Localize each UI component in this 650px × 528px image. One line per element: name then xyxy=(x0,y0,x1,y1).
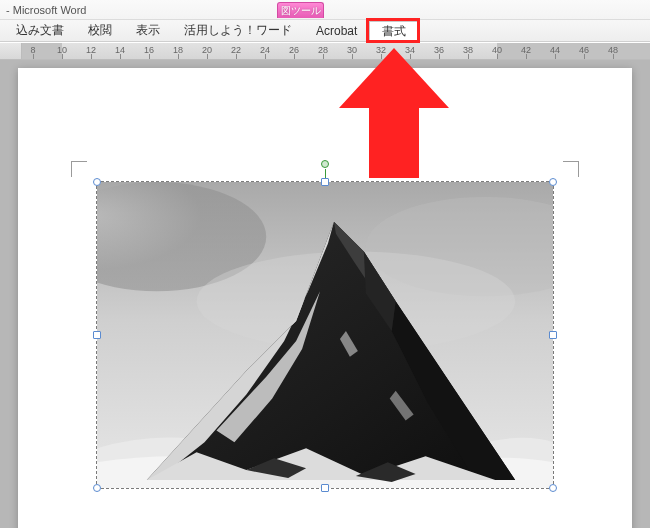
ruler-tick-label: 8 xyxy=(30,45,35,55)
document-canvas[interactable] xyxy=(0,60,650,528)
ruler-tick: 26 xyxy=(288,43,300,59)
ruler-tick: 14 xyxy=(114,43,126,59)
ruler-tick-label: 12 xyxy=(86,45,96,55)
ruler-tick: 42 xyxy=(520,43,532,59)
tab-view[interactable]: 表示 xyxy=(124,20,172,41)
tab-mailings[interactable]: 込み文書 xyxy=(4,20,76,41)
ruler-tick: 12 xyxy=(85,43,97,59)
ruler-tick-label: 40 xyxy=(492,45,502,55)
horizontal-ruler[interactable]: 8101214161820222426283032343638404244464… xyxy=(22,43,650,59)
ruler-tick-label: 42 xyxy=(521,45,531,55)
tab-label: 表示 xyxy=(136,22,160,39)
resize-handle-bottom-right[interactable] xyxy=(549,484,557,492)
ruler-tick-label: 46 xyxy=(579,45,589,55)
ruler-tick: 46 xyxy=(578,43,590,59)
tab-label: 書式 xyxy=(382,23,406,40)
tab-label: 込み文書 xyxy=(16,22,64,39)
tab-format[interactable]: 書式 xyxy=(369,21,419,42)
ruler-tick: 22 xyxy=(230,43,242,59)
ruler-tick-label: 38 xyxy=(463,45,473,55)
ruler-tick: 30 xyxy=(346,43,358,59)
ruler-tick-label: 44 xyxy=(550,45,560,55)
ruler-tick-label: 10 xyxy=(57,45,67,55)
ruler-tick: 10 xyxy=(56,43,68,59)
tab-label: 活用しよう！ワード xyxy=(184,22,292,39)
ruler-tick: 16 xyxy=(143,43,155,59)
page[interactable] xyxy=(18,68,632,528)
ruler-tick-label: 20 xyxy=(202,45,212,55)
resize-handle-top[interactable] xyxy=(321,178,329,186)
ruler-tick: 34 xyxy=(404,43,416,59)
ruler-tick-label: 18 xyxy=(173,45,183,55)
ruler-tick: 32 xyxy=(375,43,387,59)
tab-acrobat[interactable]: Acrobat xyxy=(304,20,369,41)
ruler-tick-label: 22 xyxy=(231,45,241,55)
ruler-tick-label: 16 xyxy=(144,45,154,55)
ruler-tick: 38 xyxy=(462,43,474,59)
tab-review[interactable]: 校閲 xyxy=(76,20,124,41)
resize-handle-bottom[interactable] xyxy=(321,484,329,492)
ruler-tick: 44 xyxy=(549,43,561,59)
ruler-tick-label: 26 xyxy=(289,45,299,55)
contextual-tab-picture-tools[interactable]: 図ツール xyxy=(277,2,324,18)
mountain-image-content xyxy=(97,182,553,488)
resize-handle-left[interactable] xyxy=(93,331,101,339)
ruler-tick: 8 xyxy=(27,43,39,59)
ruler-tick: 18 xyxy=(172,43,184,59)
ruler-tick: 28 xyxy=(317,43,329,59)
window-title: - Microsoft Word xyxy=(6,4,86,16)
ruler-tick: 24 xyxy=(259,43,271,59)
ribbon-tabs: 込み文書 校閲 表示 活用しよう！ワード Acrobat 書式 xyxy=(0,20,650,42)
rotate-handle[interactable] xyxy=(321,160,329,168)
tab-addins[interactable]: 活用しよう！ワード xyxy=(172,20,304,41)
ruler-tick-label: 30 xyxy=(347,45,357,55)
margin-mark-top-left xyxy=(71,161,87,177)
ruler-tick-label: 34 xyxy=(405,45,415,55)
ruler-tick-label: 36 xyxy=(434,45,444,55)
resize-handle-right[interactable] xyxy=(549,331,557,339)
ruler-tick-label: 24 xyxy=(260,45,270,55)
ruler-row: 8101214161820222426283032343638404244464… xyxy=(0,42,650,60)
resize-handle-bottom-left[interactable] xyxy=(93,484,101,492)
ruler-tick: 20 xyxy=(201,43,213,59)
contextual-tab-label: 図ツール xyxy=(281,4,321,18)
inserted-image[interactable] xyxy=(96,181,554,489)
titlebar: - Microsoft Word 図ツール xyxy=(0,0,650,20)
ruler-tick: 36 xyxy=(433,43,445,59)
ruler-tick-label: 14 xyxy=(115,45,125,55)
resize-handle-top-right[interactable] xyxy=(549,178,557,186)
ruler-tick-label: 28 xyxy=(318,45,328,55)
ruler-tick: 48 xyxy=(607,43,619,59)
ruler-tick-label: 48 xyxy=(608,45,618,55)
margin-mark-top-right xyxy=(563,161,579,177)
ruler-tick: 40 xyxy=(491,43,503,59)
ruler-tick-label: 32 xyxy=(376,45,386,55)
tab-label: 校閲 xyxy=(88,22,112,39)
resize-handle-top-left[interactable] xyxy=(93,178,101,186)
ruler-corner xyxy=(0,43,22,59)
tab-label: Acrobat xyxy=(316,24,357,38)
